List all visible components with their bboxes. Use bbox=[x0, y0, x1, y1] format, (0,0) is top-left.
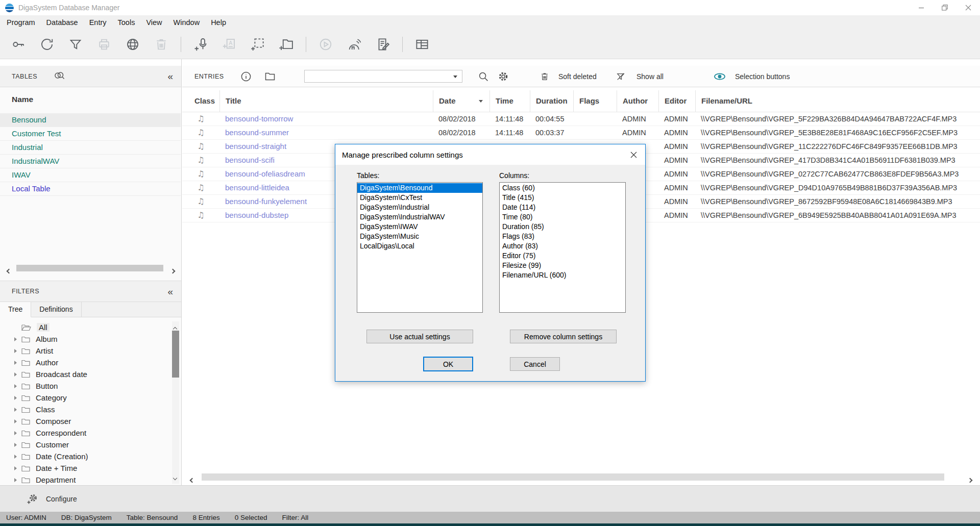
restore-button[interactable] bbox=[933, 0, 957, 15]
menu-database[interactable]: Database bbox=[41, 15, 84, 30]
dialog-column-option[interactable]: Class (60) bbox=[500, 183, 625, 193]
expand-arrow-icon[interactable] bbox=[14, 455, 17, 459]
dialog-tables-listbox[interactable]: DigaSystem\Bensound DigaSystem\CxTest Di… bbox=[357, 182, 483, 313]
filter-tree-item-category[interactable]: Category bbox=[0, 392, 171, 404]
scroll-down-icon[interactable] bbox=[174, 472, 177, 482]
menu-window[interactable]: Window bbox=[168, 15, 206, 30]
entry-title-link[interactable]: bensound-summer bbox=[219, 126, 433, 139]
remove-column-settings-button[interactable]: Remove column settings bbox=[510, 330, 617, 343]
column-header-class[interactable]: Class bbox=[182, 90, 219, 112]
menu-entry[interactable]: Entry bbox=[84, 15, 112, 30]
dialog-column-option[interactable]: Date (114) bbox=[500, 203, 625, 212]
table-list-item-customer-test[interactable]: Customer Test bbox=[0, 127, 181, 141]
collapse-tables-icon[interactable]: « bbox=[167, 71, 173, 81]
filter-tree-item-artist[interactable]: Artist bbox=[0, 345, 171, 357]
expand-arrow-icon[interactable] bbox=[14, 349, 17, 353]
gear-icon[interactable] bbox=[497, 66, 509, 87]
scroll-left-icon[interactable] bbox=[190, 475, 194, 484]
edit-entry-icon[interactable] bbox=[373, 34, 393, 55]
column-header-filename[interactable]: Filename/URL bbox=[695, 90, 980, 112]
expand-arrow-icon[interactable] bbox=[14, 466, 17, 470]
sort-descending-icon[interactable] bbox=[479, 100, 483, 103]
show-all-label[interactable]: Show all bbox=[636, 66, 664, 87]
dialog-table-option[interactable]: DigaSystem\Industrial bbox=[357, 203, 482, 212]
filter-tree-scrollbar[interactable] bbox=[172, 321, 179, 484]
folder-icon[interactable] bbox=[264, 66, 276, 87]
column-header-editor[interactable]: Editor bbox=[658, 90, 695, 112]
expand-arrow-icon[interactable] bbox=[14, 396, 17, 400]
menu-view[interactable]: View bbox=[140, 15, 167, 30]
search-combobox[interactable] bbox=[304, 70, 462, 83]
filter-icon[interactable] bbox=[65, 34, 86, 55]
filter-tree-item-department[interactable]: Department bbox=[0, 474, 171, 485]
table-list-item-iwav[interactable]: IWAV bbox=[0, 168, 181, 182]
tab-tree[interactable]: Tree bbox=[0, 302, 31, 317]
tables-horizontal-scrollbar[interactable] bbox=[0, 263, 182, 272]
text-import-icon[interactable]: A bbox=[219, 34, 239, 55]
new-folder-icon[interactable] bbox=[276, 34, 297, 55]
soft-deleted-trash-icon[interactable] bbox=[540, 66, 550, 87]
filter-tree-item-button[interactable]: Button bbox=[0, 380, 171, 392]
scrollbar-thumb[interactable] bbox=[172, 331, 179, 378]
search-icon[interactable] bbox=[477, 66, 489, 87]
dialog-column-option[interactable]: Duration (85) bbox=[500, 222, 625, 232]
expand-arrow-icon[interactable] bbox=[14, 443, 17, 447]
print-icon[interactable] bbox=[94, 34, 114, 55]
soft-deleted-label[interactable]: Soft deleted bbox=[558, 66, 597, 87]
expand-arrow-icon[interactable] bbox=[14, 419, 17, 423]
key-icon[interactable] bbox=[8, 34, 29, 55]
scrollbar-thumb[interactable] bbox=[202, 473, 944, 481]
dialog-table-option[interactable]: DigaSystem\Music bbox=[357, 232, 482, 241]
menu-tools[interactable]: Tools bbox=[112, 15, 141, 30]
minimize-button[interactable] bbox=[910, 0, 933, 15]
collapse-filters-icon[interactable]: « bbox=[167, 287, 173, 296]
scroll-right-icon[interactable] bbox=[968, 475, 972, 484]
expand-arrow-icon[interactable] bbox=[14, 478, 17, 482]
info-icon[interactable] bbox=[240, 66, 252, 87]
filter-tree-item-class[interactable]: Class bbox=[0, 404, 171, 415]
menu-program[interactable]: Program bbox=[1, 15, 41, 30]
menu-help[interactable]: Help bbox=[205, 15, 232, 30]
dialog-table-option[interactable]: LocalDigas\Local bbox=[357, 241, 482, 251]
column-header-author[interactable]: Author bbox=[617, 90, 658, 112]
filter-tree-item-author[interactable]: Author bbox=[0, 357, 171, 368]
column-header-duration[interactable]: Duration bbox=[530, 90, 573, 112]
filter-tree-item-album[interactable]: Album bbox=[0, 333, 171, 345]
use-actual-settings-button[interactable]: Use actual settings bbox=[366, 330, 473, 343]
filter-tree-item-customer[interactable]: Customer bbox=[0, 439, 171, 450]
dialog-close-icon[interactable] bbox=[622, 144, 645, 165]
table-list-item-industrial[interactable]: Industrial bbox=[0, 141, 181, 155]
dialog-table-option[interactable]: DigaSystem\Bensound bbox=[357, 183, 482, 193]
table-search-icon[interactable] bbox=[53, 70, 67, 83]
dialog-column-option[interactable]: Time (80) bbox=[500, 212, 625, 222]
filter-tree-item-date-time[interactable]: Date + Time bbox=[0, 462, 171, 474]
table-list-item-local-table[interactable]: Local Table bbox=[0, 182, 181, 196]
expand-arrow-icon[interactable] bbox=[14, 408, 17, 412]
column-header-date[interactable]: Date bbox=[433, 90, 489, 112]
globe-icon[interactable] bbox=[122, 34, 143, 55]
entries-horizontal-scrollbar[interactable] bbox=[182, 472, 980, 482]
selection-buttons-eye-icon[interactable] bbox=[713, 66, 726, 87]
refresh-icon[interactable] bbox=[37, 34, 57, 55]
play-icon[interactable] bbox=[315, 34, 336, 55]
close-button[interactable] bbox=[957, 0, 980, 15]
cancel-button[interactable]: Cancel bbox=[510, 357, 560, 371]
filter-tree-item-composer[interactable]: Composer bbox=[0, 415, 171, 427]
dialog-table-option[interactable]: DigaSystem\IndustrialWAV bbox=[357, 212, 482, 222]
ok-button[interactable]: OK bbox=[423, 357, 473, 371]
dialog-column-option[interactable]: Filesize (99) bbox=[500, 261, 625, 270]
dialog-table-option[interactable]: DigaSystem\IWAV bbox=[357, 222, 482, 232]
tab-definitions[interactable]: Definitions bbox=[31, 302, 81, 317]
expand-arrow-icon[interactable] bbox=[14, 384, 17, 388]
scroll-right-icon[interactable] bbox=[171, 266, 175, 275]
configure-label[interactable]: Configure bbox=[46, 495, 77, 503]
microphone-icon[interactable] bbox=[190, 34, 211, 55]
expand-arrow-icon[interactable] bbox=[14, 431, 17, 435]
marquee-select-icon[interactable] bbox=[248, 34, 268, 55]
table-grid-icon[interactable] bbox=[412, 34, 432, 55]
column-header-title[interactable]: Title bbox=[219, 90, 433, 112]
dialog-column-option[interactable]: Author (83) bbox=[500, 241, 625, 251]
combo-dropdown-icon[interactable] bbox=[453, 76, 457, 78]
expand-arrow-icon[interactable] bbox=[14, 337, 17, 341]
dialog-column-option[interactable]: Editor (75) bbox=[500, 251, 625, 261]
